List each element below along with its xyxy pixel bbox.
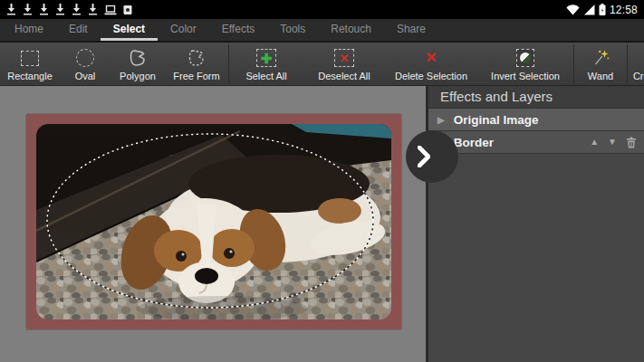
tab-edit[interactable]: Edit	[56, 19, 101, 41]
tab-tools[interactable]: Tools	[267, 19, 318, 41]
chevron-right-icon	[418, 146, 430, 167]
deselect-all-icon: ✕	[334, 49, 354, 67]
free-form-select-button[interactable]: Free Form	[165, 43, 228, 85]
toolbar-button-label: Select All	[245, 71, 286, 81]
tab-color[interactable]: Color	[158, 19, 209, 41]
toolbar-button-label: Polygon	[120, 71, 156, 81]
tab-retouch[interactable]: Retouch	[318, 19, 384, 41]
toolbar-button-label: Crop Selection	[633, 71, 644, 81]
invert-selection-icon	[516, 49, 534, 67]
toolbar-button-label: Wand	[588, 71, 613, 81]
toolbar-button-label: Delete Selection	[395, 71, 467, 81]
oval-select-icon	[76, 49, 94, 67]
tab-home[interactable]: Home	[2, 19, 56, 41]
tab-share[interactable]: Share	[384, 19, 438, 41]
image-with-border-frame[interactable]	[26, 114, 401, 329]
polygon-select-icon	[127, 47, 149, 69]
toolbar-button-label: Oval	[75, 71, 96, 81]
delete-selection-icon: ✕	[425, 51, 437, 65]
move-layer-up-icon[interactable]: ▲	[590, 138, 599, 147]
delete-layer-icon[interactable]	[626, 137, 637, 148]
system-status-icons: 12:58	[566, 4, 638, 16]
oval-select-button[interactable]: Oval	[60, 43, 111, 85]
panel-title: Effects and Layers	[428, 86, 644, 109]
laptop-icon	[104, 5, 117, 15]
status-bar: 12:58	[0, 0, 644, 19]
menu-bar: Home Edit Select Color Effects Tools Ret…	[0, 19, 644, 43]
panel-collapse-handle[interactable]	[406, 130, 458, 183]
deselect-all-button[interactable]: ✕ Deselect All	[303, 43, 385, 85]
cellular-signal-icon	[583, 5, 595, 15]
crop-selection-button[interactable]: Crop Selection	[628, 43, 644, 85]
download-icon	[23, 4, 33, 15]
expand-arrow-icon[interactable]: ▶	[437, 115, 445, 125]
selection-toolbar: Rectangle Oval Polygon Free Form ✚ Selec…	[0, 43, 644, 86]
toolbar-button-label: Deselect All	[318, 71, 370, 81]
beagle-photo[interactable]	[36, 124, 391, 319]
free-form-select-icon	[186, 47, 207, 69]
layer-row-border[interactable]: ▶ Border ▲ ▼	[428, 131, 644, 154]
notification-icons	[6, 4, 132, 15]
photo-icon	[123, 5, 132, 15]
wand-button[interactable]: Wand	[574, 43, 627, 85]
select-all-icon: ✚	[256, 49, 276, 67]
wand-icon	[590, 47, 611, 69]
move-layer-down-icon[interactable]: ▼	[608, 138, 617, 147]
clock: 12:58	[610, 4, 638, 16]
toolbar-button-label: Free Form	[173, 71, 219, 81]
download-icon	[88, 4, 98, 15]
download-icon	[6, 4, 16, 15]
toolbar-button-label: Rectangle	[7, 71, 53, 81]
effects-layers-panel: Effects and Layers ▶ Original Image ▶ Bo…	[426, 86, 644, 362]
tab-select[interactable]: Select	[101, 19, 158, 41]
layer-label: Original Image	[454, 113, 539, 127]
select-all-button[interactable]: ✚ Select All	[229, 43, 303, 85]
rectangle-select-icon	[21, 51, 39, 66]
battery-icon	[599, 4, 606, 15]
invert-selection-button[interactable]: Invert Selection	[477, 43, 573, 85]
rectangle-select-button[interactable]: Rectangle	[0, 43, 60, 85]
canvas-area[interactable]: Effects and Layers ▶ Original Image ▶ Bo…	[0, 86, 644, 362]
layer-row-original-image[interactable]: ▶ Original Image	[428, 109, 644, 131]
download-icon	[39, 4, 49, 15]
download-icon	[55, 4, 65, 15]
toolbar-button-label: Invert Selection	[491, 71, 560, 81]
delete-selection-button[interactable]: ✕ Delete Selection	[385, 43, 477, 85]
layer-label: Border	[454, 136, 494, 149]
download-icon	[72, 4, 82, 15]
wifi-icon	[566, 5, 580, 15]
polygon-select-button[interactable]: Polygon	[111, 43, 165, 85]
tab-effects[interactable]: Effects	[209, 19, 267, 41]
